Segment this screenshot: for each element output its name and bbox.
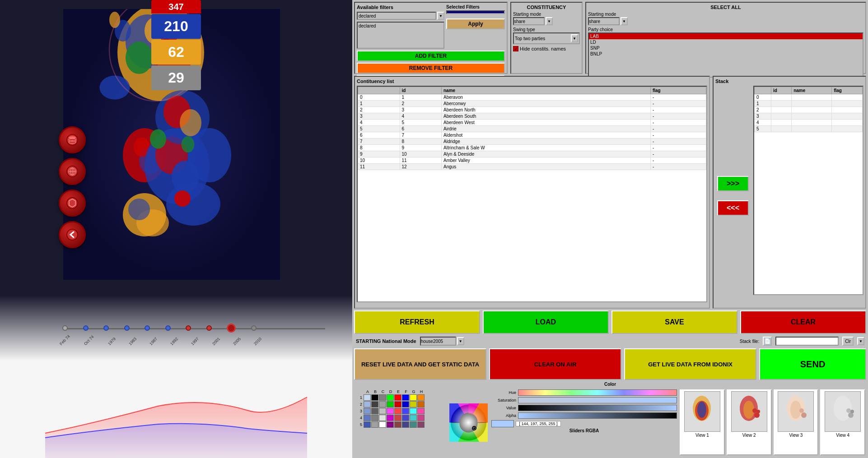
get-live-data-button[interactable]: GET LIVE DATA FROM IDONIX bbox=[624, 348, 756, 380]
color-cell-5-2[interactable] bbox=[371, 421, 378, 428]
alpha-slider[interactable] bbox=[518, 412, 677, 419]
clear-on-air-button[interactable]: CLEAR ON AIR bbox=[489, 348, 621, 380]
timeline-dot-active[interactable] bbox=[227, 324, 236, 333]
color-cell-2-5[interactable] bbox=[394, 401, 401, 407]
select-all-mode-input[interactable] bbox=[588, 17, 620, 25]
color-cell-5-1[interactable] bbox=[364, 421, 371, 428]
clear-button[interactable]: CLEAR bbox=[740, 310, 866, 334]
constituency-list-row[interactable]: 45Aberdeen West- bbox=[358, 120, 706, 126]
color-cell-4-4[interactable] bbox=[387, 415, 394, 421]
clr-button[interactable]: Clr bbox=[842, 337, 854, 346]
color-cell-2-6[interactable] bbox=[402, 401, 409, 407]
party-item-bnlp[interactable]: BNLP bbox=[589, 51, 863, 57]
starting-mode-input[interactable] bbox=[513, 17, 545, 25]
timeline-dot-6[interactable] bbox=[186, 325, 191, 331]
color-cell-4-7[interactable] bbox=[410, 415, 417, 421]
transfer-from-stack-button[interactable]: <<< bbox=[717, 200, 749, 216]
color-cell-3-4[interactable] bbox=[387, 408, 394, 414]
value-slider[interactable] bbox=[518, 405, 677, 411]
constituency-list-row[interactable]: 56Airdrie- bbox=[358, 126, 706, 132]
swing-type-dropdown[interactable]: ▼ bbox=[571, 34, 578, 42]
color-cell-1-7[interactable] bbox=[410, 394, 417, 401]
color-cell-1-3[interactable] bbox=[379, 394, 386, 401]
color-cell-1-6[interactable] bbox=[402, 394, 409, 401]
constituency-list-row[interactable]: 12Aberconwy- bbox=[358, 101, 706, 107]
color-cell-4-2[interactable] bbox=[371, 415, 378, 421]
add-filter-button[interactable]: ADD FILTER bbox=[357, 51, 505, 61]
reset-live-data-button[interactable]: RESET LIVE DATA AND GET STATIC DATA bbox=[354, 348, 486, 380]
timeline-dot-7[interactable] bbox=[206, 325, 212, 331]
select-all-mode-dropdown[interactable]: ▼ bbox=[621, 17, 628, 25]
color-cell-4-1[interactable] bbox=[364, 415, 371, 421]
constituency-list-table-wrapper[interactable]: id name flag 01Aberavon-12Aberconwy-23Ab… bbox=[357, 86, 707, 302]
timeline-dot-2[interactable] bbox=[103, 325, 109, 331]
color-cell-3-7[interactable] bbox=[410, 408, 417, 414]
globe-button[interactable] bbox=[59, 158, 86, 185]
remove-filter-button[interactable]: REMOVE FILTER bbox=[357, 63, 505, 74]
timeline-dot-9[interactable] bbox=[251, 325, 257, 331]
color-cell-5-3[interactable] bbox=[379, 421, 386, 428]
color-cell-3-5[interactable] bbox=[394, 408, 401, 414]
color-cell-4-5[interactable] bbox=[394, 415, 401, 421]
color-cell-2-2[interactable] bbox=[371, 401, 378, 407]
timeline-dot-0[interactable] bbox=[62, 325, 68, 331]
color-wheel-panel[interactable] bbox=[448, 389, 489, 455]
color-cell-3-8[interactable] bbox=[417, 408, 425, 414]
constituency-list-row[interactable]: 1112Angus- bbox=[358, 164, 706, 170]
stack-file-input[interactable] bbox=[775, 337, 839, 346]
color-cell-3-6[interactable] bbox=[402, 408, 409, 414]
refresh-button[interactable]: REFRESH bbox=[354, 310, 480, 334]
color-cell-4-3[interactable] bbox=[379, 415, 386, 421]
selected-filters-box[interactable] bbox=[446, 10, 505, 14]
national-mode-input[interactable] bbox=[420, 337, 456, 346]
hide-names-checkbox[interactable]: ✓ bbox=[513, 46, 518, 51]
starting-mode-dropdown[interactable]: ▼ bbox=[546, 17, 553, 25]
color-cell-3-1[interactable] bbox=[364, 408, 371, 414]
stack-row[interactable]: 4 bbox=[755, 120, 863, 126]
stack-file-dropdown[interactable]: ▼ bbox=[857, 337, 864, 345]
color-cell-2-3[interactable] bbox=[379, 401, 386, 407]
stack-file-icon[interactable]: 📄 bbox=[763, 337, 772, 346]
stack-table-wrapper[interactable]: id name flag 012345 bbox=[753, 86, 863, 295]
color-cell-2-4[interactable] bbox=[387, 401, 394, 407]
timeline-dot-1[interactable] bbox=[83, 325, 89, 331]
filter-text-input[interactable] bbox=[357, 12, 436, 20]
hexagon-button[interactable] bbox=[59, 190, 86, 217]
stack-row[interactable]: 1 bbox=[755, 101, 863, 107]
timeline-dot-5[interactable] bbox=[165, 325, 171, 331]
color-cell-1-1[interactable] bbox=[364, 394, 371, 401]
stack-row[interactable]: 0 bbox=[755, 94, 863, 101]
color-cell-3-3[interactable] bbox=[379, 408, 386, 414]
constituency-list-row[interactable]: 01Aberavon- bbox=[358, 94, 706, 101]
color-cell-5-8[interactable] bbox=[417, 421, 425, 428]
transfer-to-stack-button[interactable]: >>> bbox=[717, 176, 749, 191]
view-1[interactable]: View 1 bbox=[680, 389, 725, 455]
color-cell-2-1[interactable] bbox=[364, 401, 371, 407]
view-2[interactable]: View 2 bbox=[727, 389, 772, 455]
constituency-list-row[interactable]: 78Aldridge- bbox=[358, 139, 706, 145]
color-cell-1-2[interactable] bbox=[371, 394, 378, 401]
constituency-list-row[interactable]: 89Altrincham & Sale W- bbox=[358, 145, 706, 151]
view-3[interactable]: View 3 bbox=[774, 389, 819, 455]
apply-button[interactable]: Apply bbox=[446, 19, 505, 29]
color-cell-2-8[interactable] bbox=[417, 401, 425, 407]
color-cell-1-4[interactable] bbox=[387, 394, 394, 401]
stack-row[interactable]: 5 bbox=[755, 126, 863, 132]
filter-listbox[interactable]: declared bbox=[357, 22, 444, 49]
constituency-list-row[interactable]: 34Aberdeen South- bbox=[358, 113, 706, 120]
hue-slider[interactable] bbox=[518, 389, 677, 396]
color-cell-2-7[interactable] bbox=[410, 401, 417, 407]
color-cell-3-2[interactable] bbox=[371, 408, 378, 414]
load-button[interactable]: LOAD bbox=[483, 310, 609, 334]
party-listbox[interactable]: LAB LD SNP BNLP bbox=[588, 32, 863, 78]
filter-scroll-btn[interactable]: ▼ bbox=[437, 12, 444, 20]
color-cell-5-7[interactable] bbox=[410, 421, 417, 428]
database-button[interactable] bbox=[59, 126, 86, 153]
color-cell-1-8[interactable] bbox=[417, 394, 425, 401]
constituency-list-row[interactable]: 910Alyn & Deeside- bbox=[358, 151, 706, 157]
color-cell-4-8[interactable] bbox=[417, 415, 425, 421]
timeline-dot-4[interactable] bbox=[145, 325, 150, 331]
party-item-ld[interactable]: LD bbox=[589, 39, 863, 45]
stack-row[interactable]: 3 bbox=[755, 113, 863, 120]
back-button[interactable] bbox=[59, 221, 86, 248]
